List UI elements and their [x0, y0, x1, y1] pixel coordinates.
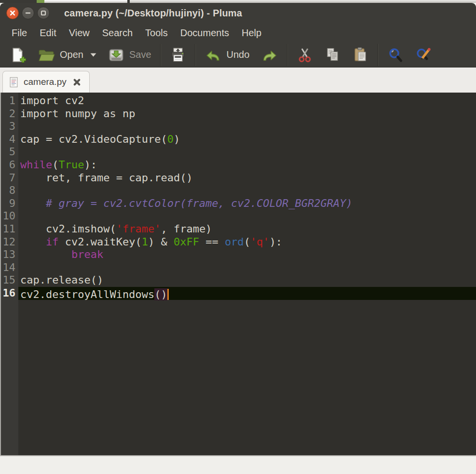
line-number: 15 [1, 274, 18, 287]
paste-button[interactable] [347, 44, 375, 66]
code-line-content: while(True): [18, 159, 476, 172]
maximize-icon [40, 10, 47, 16]
code-line-content: # gray = cv2.cvtColor(frame, cv2.COLOR_B… [18, 197, 476, 210]
open-button[interactable]: Open [32, 44, 102, 66]
code-token: ) [174, 133, 180, 145]
code-token: True [58, 159, 84, 171]
line-number: 8 [1, 184, 18, 197]
new-document-button[interactable] [4, 44, 32, 66]
open-folder-icon [38, 47, 55, 62]
undo-button-label: Undo [227, 49, 250, 60]
background-window-strip [0, 0, 476, 3]
code-token: ): [270, 236, 283, 248]
line-number: 13 [1, 248, 18, 261]
minimize-button[interactable] [22, 7, 34, 19]
line-number: 16 [1, 287, 18, 300]
code-line-content [18, 261, 476, 274]
find-replace-button[interactable] [409, 44, 438, 66]
menu-file[interactable]: File [5, 25, 33, 41]
code-line-content: cap.release() [18, 274, 476, 287]
code-token: ): [84, 159, 97, 171]
code-token: ) & [148, 236, 174, 248]
code-token: ord [225, 236, 244, 248]
tab-camera-py[interactable]: camera.py [2, 71, 90, 93]
code-token: import cv2 [20, 95, 84, 107]
menu-edit[interactable]: Edit [33, 25, 62, 41]
code-line-content: import cv2 [18, 95, 476, 108]
menu-help[interactable]: Help [235, 25, 268, 41]
code-token: import numpy as np [20, 108, 135, 120]
code-token: while [20, 159, 52, 171]
background-strip-segment [0, 0, 37, 3]
cut-icon [297, 47, 313, 63]
text-cursor [167, 289, 169, 300]
code-token [20, 236, 46, 248]
code-token: , frame) [161, 223, 212, 235]
close-button[interactable] [6, 7, 19, 19]
code-line-content: cap = cv2.VideoCapture(0) [18, 133, 476, 146]
code-line-content: cv2.destroyAllWindows() [18, 287, 476, 300]
code-line-15: 15cap.release() [1, 274, 476, 287]
code-line-7: 7 ret, frame = cap.read() [1, 172, 476, 185]
line-number: 14 [1, 261, 18, 274]
line-number: 11 [1, 223, 18, 236]
find-icon [387, 47, 404, 63]
code-line-content [18, 210, 476, 223]
tab-close-icon [72, 78, 82, 87]
tab-title: camera.py [24, 77, 67, 87]
code-token: () [154, 288, 167, 300]
code-line-10: 10 [1, 210, 476, 223]
toolbar-separator [378, 44, 379, 66]
code-token: == [199, 236, 225, 248]
line-number: 3 [1, 120, 18, 133]
code-line-content: cv2.imshow('frame', frame) [18, 223, 476, 236]
toolbar-separator [287, 44, 288, 66]
code-line-content: ret, frame = cap.read() [18, 172, 476, 185]
code-token: # gray = cv2.cvtColor(frame, cv2.COLOR_B… [46, 197, 353, 209]
cut-button[interactable] [291, 44, 319, 66]
code-token: cv2.imshow( [20, 223, 116, 235]
code-line-content [18, 120, 476, 133]
code-line-content: if cv2.waitKey(1) & 0xFF == ord('q'): [18, 236, 476, 249]
code-line-14: 14 [1, 261, 476, 274]
menu-documents[interactable]: Documents [174, 25, 235, 41]
background-strip-segment-light [44, 0, 127, 3]
line-number: 9 [1, 197, 18, 210]
code-line-2: 2import numpy as np [1, 108, 476, 121]
code-token: 0 [167, 133, 174, 145]
background-strip-segment-green [37, 0, 44, 3]
find-button[interactable] [381, 44, 409, 66]
title-bar: camera.py (~/Desktop/hujinyi) - Pluma [0, 3, 476, 23]
code-token: cap = cv2.VideoCapture( [20, 133, 167, 145]
redo-icon [261, 47, 278, 63]
paste-icon [353, 47, 369, 63]
copy-button[interactable] [319, 44, 347, 66]
toolbar-separator [195, 44, 196, 66]
code-token: cv2.waitKey( [58, 236, 141, 248]
code-line-6: 6while(True): [1, 159, 476, 172]
code-token: ret, frame = cap.read() [20, 172, 193, 184]
code-line-12: 12 if cv2.waitKey(1) & 0xFF == ord('q'): [1, 236, 476, 249]
print-button[interactable] [164, 44, 192, 66]
menu-search[interactable]: Search [96, 25, 139, 41]
code-token: ( [52, 159, 58, 171]
code-token: cap.release() [20, 274, 103, 286]
close-icon [9, 10, 16, 16]
maximize-button[interactable] [37, 7, 50, 19]
save-button[interactable]: Save [102, 44, 157, 66]
code-editor[interactable]: 1import cv22import numpy as np34cap = cv… [0, 93, 476, 455]
menu-tools[interactable]: Tools [139, 25, 174, 41]
code-line-content [18, 146, 476, 159]
tab-close-button[interactable] [71, 77, 82, 88]
code-token: 'frame' [116, 223, 161, 235]
menu-view[interactable]: View [63, 25, 96, 41]
window-title: camera.py (~/Desktop/hujinyi) - Pluma [64, 8, 242, 19]
new-document-icon [10, 47, 26, 63]
code-line-16: 16cv2.destroyAllWindows() [1, 287, 476, 300]
code-token: if [46, 236, 59, 248]
save-button-label: Save [129, 49, 151, 60]
text-file-icon [9, 77, 19, 88]
redo-button[interactable] [255, 44, 284, 66]
undo-button[interactable]: Undo [199, 44, 256, 66]
code-token: ( [244, 236, 250, 248]
